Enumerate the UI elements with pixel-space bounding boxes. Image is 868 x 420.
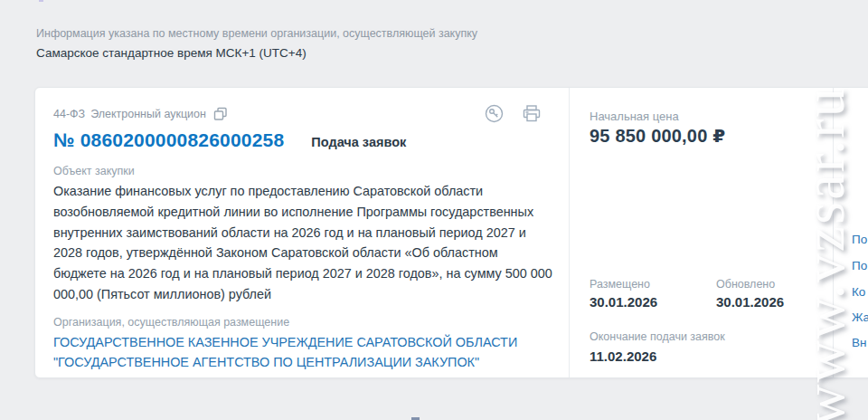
price-label: Начальная цена: [590, 110, 679, 123]
printer-icon[interactable]: [522, 104, 542, 123]
side-link[interactable]: Жа: [852, 310, 868, 324]
updated-date: 30.01.2026: [716, 294, 784, 310]
law-type-label: 44-ФЗ: [53, 108, 85, 120]
placed-label: Размещено: [590, 278, 650, 291]
object-label: Объект закупки: [53, 165, 552, 177]
price-value: 95 850 000,00 ₽: [590, 125, 725, 147]
deadline-date: 11.02.2026: [590, 348, 656, 364]
notice-main-section: 44-ФЗ Электронный аукцион: [35, 88, 569, 377]
notice-number-link[interactable]: № 0860200000826000258: [53, 129, 284, 151]
cutoff-artifact: [39, 0, 43, 2]
organization-label: Организация, осуществляющая размещение: [53, 316, 552, 329]
side-link[interactable]: По: [852, 233, 867, 246]
placed-date: 30.01.2026: [590, 294, 657, 310]
notice-number-row: № 0860200000826000258 Подача заявок: [53, 129, 552, 151]
copy-icon[interactable]: [213, 107, 228, 121]
timezone-value: Самарское стандартное время МСК+1 (UTC+4…: [36, 45, 477, 62]
organization-link[interactable]: ГОСУДАРСТВЕННОЕ КАЗЕННОЕ УЧРЕЖДЕНИЕ САРА…: [53, 332, 552, 373]
object-description: Оказание финансовых услуг по предоставле…: [53, 181, 552, 305]
deadline-label: Окончание подачи заявок: [590, 330, 725, 343]
timezone-note: Информация указана по местному времени о…: [36, 25, 477, 42]
procedure-type-label: Электронный аукцион: [90, 108, 206, 120]
procurement-notice-card: 44-ФЗ Электронный аукцион: [34, 87, 868, 378]
key-circle-icon[interactable]: [485, 104, 504, 123]
price-and-dates-section: Начальная цена 95 850 000,00 ₽ Размещено…: [570, 88, 833, 377]
side-link[interactable]: По: [852, 259, 867, 272]
timezone-info: Информация указана по местному времени о…: [36, 25, 477, 62]
notice-action-icons: [485, 104, 552, 123]
status-badge: Подача заявок: [311, 135, 406, 149]
updated-label: Обновлено: [716, 278, 775, 291]
notice-meta-row: 44-ФЗ Электронный аукцион: [53, 104, 552, 123]
side-links-section: По По Ко Жа Вн: [834, 88, 868, 377]
side-link[interactable]: Вн: [852, 336, 866, 349]
side-link[interactable]: Ко: [852, 285, 865, 299]
